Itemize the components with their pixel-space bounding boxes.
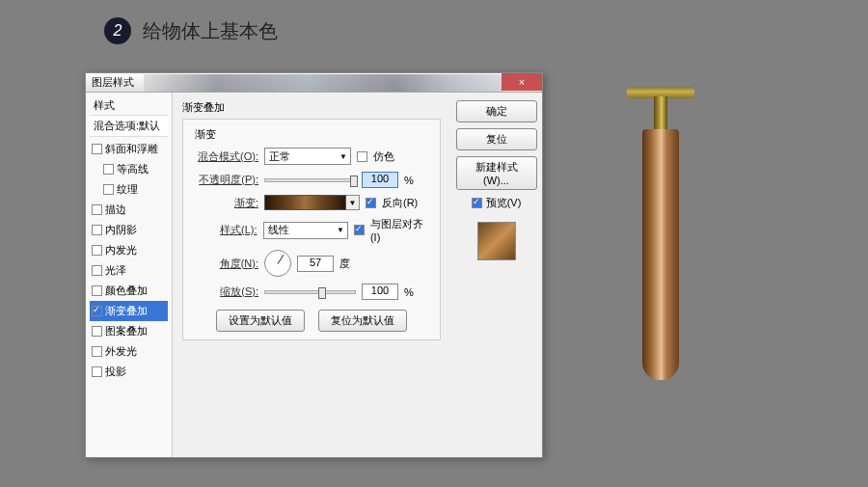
gradient-dropdown-arrow[interactable]: ▼ [346, 195, 360, 210]
scale-label: 缩放(S): [191, 284, 258, 299]
style-checkbox[interactable] [92, 366, 102, 377]
style-item-11[interactable]: 投影 [90, 362, 168, 382]
layer-style-dialog: 图层样式 × 样式 混合选项:默认 斜面和浮雕等高线纹理描边内阴影内发光光泽颜色… [85, 72, 543, 458]
reset-default-button[interactable]: 复位为默认值 [318, 310, 407, 332]
style-label: 样式(L): [191, 223, 258, 237]
style-checkbox[interactable] [92, 285, 102, 296]
preview-checkbox[interactable] [472, 198, 482, 208]
opacity-slider[interactable] [264, 178, 356, 182]
style-item-5[interactable]: 内发光 [90, 240, 168, 260]
new-style-button[interactable]: 新建样式(W)... [456, 156, 537, 190]
opacity-unit: % [404, 175, 414, 186]
style-item-label: 投影 [105, 365, 126, 379]
style-item-1[interactable]: 等高线 [90, 159, 168, 179]
styles-header[interactable]: 样式 [90, 96, 168, 116]
gradient-label: 渐变: [191, 196, 258, 210]
style-checkbox[interactable] [92, 346, 102, 357]
angle-label: 角度(N): [191, 257, 258, 271]
style-item-9[interactable]: 图案叠加 [90, 321, 168, 341]
gradient-swatch[interactable] [264, 195, 346, 210]
scale-input[interactable]: 100 [362, 284, 398, 300]
opacity-label: 不透明度(P): [191, 173, 258, 187]
style-checkbox[interactable] [92, 265, 102, 276]
blend-options-header[interactable]: 混合选项:默认 [90, 116, 168, 137]
style-checkbox[interactable] [92, 204, 102, 215]
style-item-label: 颜色叠加 [105, 284, 148, 298]
style-item-6[interactable]: 光泽 [90, 260, 168, 281]
style-item-label: 图案叠加 [105, 324, 148, 338]
style-checkbox[interactable] [92, 326, 102, 337]
style-item-0[interactable]: 斜面和浮雕 [90, 139, 168, 159]
action-panel: 确定 复位 新建样式(W)... 预览(V) [450, 93, 542, 457]
section-title: 渐变叠加 [182, 100, 441, 115]
reverse-label: 反向(R) [382, 196, 418, 210]
titlebar-decoration [144, 74, 503, 92]
style-list-panel: 样式 混合选项:默认 斜面和浮雕等高线纹理描边内阴影内发光光泽颜色叠加渐变叠加图… [86, 93, 173, 457]
preview-label: 预览(V) [486, 196, 522, 210]
settings-panel: 渐变叠加 渐变 混合模式(O): 正常 仿色 不透明度(P): 100 % 渐变… [173, 93, 450, 457]
style-item-7[interactable]: 颜色叠加 [90, 281, 168, 301]
style-checkbox[interactable] [92, 225, 102, 235]
style-checkbox[interactable] [103, 164, 114, 175]
dialog-title: 图层样式 [92, 75, 134, 90]
style-dropdown[interactable]: 线性 [263, 222, 348, 239]
reverse-checkbox[interactable] [366, 198, 376, 208]
dither-label: 仿色 [373, 149, 394, 164]
angle-dial[interactable] [264, 250, 291, 277]
blend-mode-label: 混合模式(O): [191, 149, 258, 164]
style-checkbox[interactable] [92, 144, 102, 154]
cancel-button[interactable]: 复位 [456, 128, 537, 150]
style-checkbox[interactable] [92, 306, 102, 316]
rendered-object [617, 87, 704, 424]
step-number-badge: 2 [104, 17, 131, 44]
ok-button[interactable]: 确定 [456, 100, 537, 122]
make-default-button[interactable]: 设置为默认值 [216, 310, 305, 332]
blend-mode-dropdown[interactable]: 正常 [264, 148, 351, 165]
dither-checkbox[interactable] [357, 151, 367, 162]
align-checkbox[interactable] [354, 225, 365, 235]
style-checkbox[interactable] [92, 245, 102, 256]
style-item-8[interactable]: 渐变叠加 [90, 301, 168, 321]
style-item-label: 纹理 [117, 182, 138, 197]
style-item-label: 内发光 [105, 243, 137, 257]
object-neck [654, 96, 667, 131]
style-item-4[interactable]: 内阴影 [90, 220, 168, 240]
object-body [642, 129, 679, 380]
style-item-label: 外发光 [105, 344, 137, 359]
style-item-10[interactable]: 外发光 [90, 341, 168, 362]
step-title: 给物体上基本色 [143, 18, 278, 44]
style-item-label: 光泽 [105, 263, 126, 278]
style-checkbox[interactable] [103, 184, 114, 195]
angle-unit: 度 [339, 257, 350, 271]
style-item-2[interactable]: 纹理 [90, 179, 168, 200]
preview-swatch [477, 222, 516, 260]
group-legend: 渐变 [191, 127, 432, 142]
close-button[interactable]: × [502, 73, 542, 91]
style-item-label: 渐变叠加 [105, 304, 148, 318]
style-item-label: 等高线 [117, 162, 149, 176]
opacity-input[interactable]: 100 [362, 172, 398, 188]
angle-input[interactable]: 57 [297, 256, 334, 272]
titlebar[interactable]: 图层样式 × [86, 73, 542, 93]
style-item-label: 描边 [105, 203, 126, 217]
style-item-label: 内阴影 [105, 223, 137, 237]
scale-unit: % [404, 286, 414, 298]
style-item-3[interactable]: 描边 [90, 200, 168, 220]
scale-slider[interactable] [264, 290, 356, 294]
style-item-label: 斜面和浮雕 [105, 142, 158, 156]
align-label: 与图层对齐(I) [370, 217, 432, 243]
